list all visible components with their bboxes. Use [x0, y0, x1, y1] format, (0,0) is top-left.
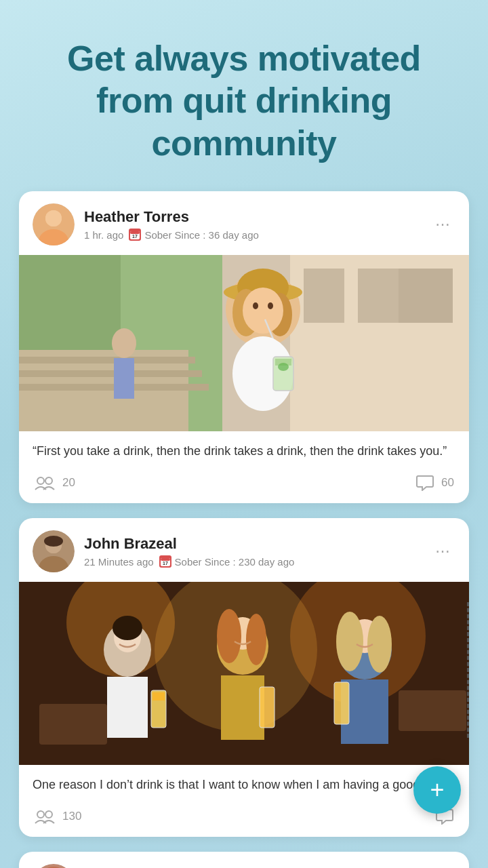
card-header-jack: Jack Grealish 1 hr. ago 17 Got Sober : 2… — [19, 852, 469, 868]
calendar-icon-john: 17 — [159, 555, 171, 568]
post-quote: “First you take a drink, then the drink … — [33, 442, 455, 461]
svg-point-28 — [268, 302, 273, 309]
sober-label-john: Sober Since : 230 day ago — [175, 556, 295, 568]
calendar-icon: 17 — [129, 229, 141, 241]
svg-point-35 — [45, 477, 52, 484]
svg-text:17: 17 — [132, 234, 138, 239]
svg-point-27 — [253, 302, 258, 309]
svg-point-40 — [44, 536, 63, 547]
svg-point-3 — [45, 210, 62, 226]
fab-add-button[interactable]: + — [413, 766, 461, 814]
post-card-jack: Jack Grealish 1 hr. ago 17 Got Sober : 2… — [19, 852, 469, 868]
time-ago-john: 21 Minutes ago — [84, 556, 154, 568]
sober-badge-john: 17 Sober Since : 230 day ago — [159, 555, 295, 568]
svg-point-70 — [45, 811, 52, 818]
svg-point-59 — [246, 614, 266, 665]
like-reaction-john[interactable]: 130 — [34, 808, 81, 825]
user-meta: 1 hr. ago 17 Sober Since : 36 day ago — [84, 229, 420, 241]
card-footer: 20 60 — [19, 467, 469, 503]
user-name-john: John Brazeal — [84, 535, 420, 553]
card-header: Heather Torres 1 hr. ago 17 Sober Since … — [19, 191, 469, 255]
user-info-heather: Heather Torres 1 hr. ago 17 Sober Since … — [84, 208, 420, 241]
card-footer-john: 130 — [19, 800, 469, 837]
svg-rect-20 — [399, 269, 453, 323]
comment-icon — [415, 475, 434, 491]
svg-rect-18 — [304, 269, 344, 323]
card-body-john: One reason I don’t drink is that I want … — [19, 765, 469, 800]
people-icon — [34, 475, 56, 491]
user-meta-john: 21 Minutes ago 17 Sober Since : 230 day … — [84, 555, 420, 568]
svg-point-64 — [367, 616, 392, 673]
svg-rect-12 — [19, 357, 195, 363]
sober-badge: 17 Sober Since : 36 day ago — [129, 229, 258, 241]
feed-container: Heather Torres 1 hr. ago 17 Sober Since … — [0, 191, 488, 868]
post-card-john: John Brazeal 21 Minutes ago 17 Sober Sin… — [19, 518, 469, 837]
avatar-john — [33, 530, 75, 572]
avatar-jack — [33, 864, 75, 868]
comment-count: 60 — [441, 476, 454, 490]
more-options-button-john[interactable]: ⋯ — [430, 541, 455, 561]
card-body: “First you take a drink, then the drink … — [19, 431, 469, 467]
svg-rect-66 — [152, 692, 165, 701]
svg-point-69 — [37, 811, 44, 818]
svg-point-54 — [113, 616, 142, 640]
more-options-button[interactable]: ⋯ — [430, 214, 455, 235]
svg-rect-53 — [107, 677, 148, 738]
svg-rect-57 — [221, 675, 264, 740]
sober-label: Sober Since : 36 day ago — [144, 229, 258, 241]
fab-plus-icon: + — [430, 778, 444, 802]
post-quote-john: One reason I don’t drink is that I want … — [33, 776, 455, 795]
post-card-heather: Heather Torres 1 hr. ago 17 Sober Since … — [19, 191, 469, 503]
post-image-heather — [19, 255, 469, 431]
like-reaction[interactable]: 20 — [34, 475, 75, 491]
svg-point-15 — [112, 328, 136, 358]
header-section: Get always motivated from quit drinking … — [0, 0, 488, 191]
page-title: Get always motivated from quit drinking … — [34, 37, 454, 164]
svg-rect-50 — [399, 690, 466, 731]
svg-rect-19 — [358, 269, 399, 323]
svg-point-33 — [278, 363, 289, 371]
svg-rect-67 — [260, 687, 274, 728]
user-info-john: John Brazeal 21 Minutes ago 17 Sober Sin… — [84, 535, 420, 568]
svg-point-58 — [217, 609, 241, 663]
svg-rect-13 — [19, 370, 202, 377]
people-icon-john — [34, 808, 56, 825]
svg-text:17: 17 — [163, 561, 168, 566]
svg-rect-49 — [39, 704, 107, 745]
comment-reaction[interactable]: 60 — [415, 475, 454, 491]
like-count-john: 130 — [62, 810, 81, 823]
svg-rect-16 — [114, 358, 134, 399]
avatar-heather — [33, 203, 75, 245]
svg-rect-68 — [334, 682, 349, 724]
svg-point-34 — [37, 477, 44, 484]
post-image-john — [19, 582, 469, 765]
svg-point-63 — [336, 612, 363, 671]
time-ago: 1 hr. ago — [84, 229, 123, 241]
like-count: 20 — [62, 476, 75, 490]
svg-point-26 — [243, 288, 283, 334]
user-name: Heather Torres — [84, 208, 420, 226]
card-header-john: John Brazeal 21 Minutes ago 17 Sober Sin… — [19, 518, 469, 582]
